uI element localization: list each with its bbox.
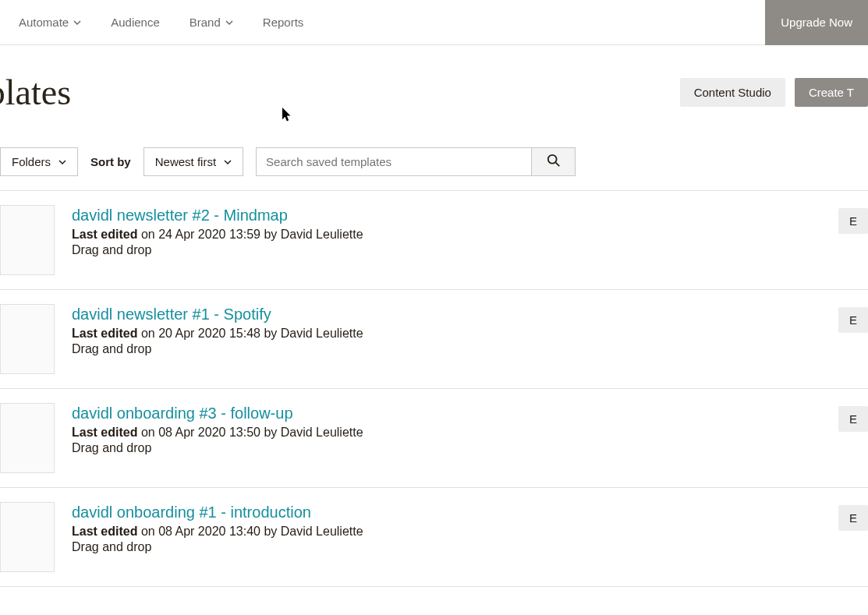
template-type: Drag and drop: [72, 441, 821, 455]
template-thumbnail[interactable]: [0, 304, 55, 374]
template-type: Drag and drop: [72, 540, 821, 554]
top-navbar: Automate Audience Brand Reports Upgrade …: [0, 0, 868, 45]
last-edited-value: on 08 Apr 2020 13:40 by David Leuliette: [137, 525, 363, 538]
nav-left: Automate Audience Brand Reports: [19, 16, 303, 29]
folders-label: Folders: [12, 155, 51, 168]
chevron-down-icon: [224, 155, 232, 168]
edit-button[interactable]: E: [838, 208, 868, 234]
nav-audience[interactable]: Audience: [111, 16, 160, 29]
template-title[interactable]: davidl newsletter #2 - Mindmap: [72, 207, 821, 224]
template-info: davidl newsletter #1 - Spotify Last edit…: [72, 304, 821, 356]
sort-by-label: Sort by: [90, 155, 131, 168]
svg-point-0: [547, 155, 556, 164]
last-edited-label: Last edited: [72, 525, 137, 538]
nav-brand[interactable]: Brand: [190, 16, 233, 29]
header-actions: Content Studio Create T: [680, 78, 868, 107]
page-header: mplates Content Studio Create T: [0, 45, 868, 113]
content-studio-button[interactable]: Content Studio: [680, 78, 785, 107]
sort-value: Newest first: [155, 155, 216, 168]
template-type: Drag and drop: [72, 243, 821, 257]
nav-automate-label: Automate: [19, 16, 69, 29]
template-row: davidl onboarding #1 - introduction Last…: [0, 488, 868, 587]
last-edited-value: on 24 Apr 2020 13:59 by David Leuliette: [137, 228, 363, 241]
template-title[interactable]: davidl newsletter #1 - Spotify: [72, 306, 821, 323]
last-edited-label: Last edited: [72, 327, 137, 340]
template-title[interactable]: davidl onboarding #3 - follow-up: [72, 405, 821, 422]
chevron-down-icon: [58, 155, 66, 168]
last-edited-value: on 20 Apr 2020 15:48 by David Leuliette: [137, 327, 363, 340]
template-row: davidl newsletter #1 - Spotify Last edit…: [0, 290, 868, 389]
edit-button[interactable]: E: [838, 406, 868, 432]
template-title[interactable]: davidl onboarding #1 - introduction: [72, 504, 821, 521]
list-toolbar: Folders Sort by Newest first: [0, 113, 868, 191]
search-input[interactable]: [256, 147, 532, 176]
upgrade-button[interactable]: Upgrade Now: [765, 0, 868, 45]
template-info: davidl onboarding #3 - follow-up Last ed…: [72, 403, 821, 455]
template-meta: Last edited on 20 Apr 2020 15:48 by Davi…: [72, 327, 821, 341]
template-thumbnail[interactable]: [0, 502, 55, 572]
template-row: davidl onboarding #3 - follow-up Last ed…: [0, 389, 868, 488]
template-thumbnail[interactable]: [0, 403, 55, 473]
nav-audience-label: Audience: [111, 16, 160, 29]
search-icon: [547, 154, 561, 170]
template-row: davidl newsletter #2 - Mindmap Last edit…: [0, 191, 868, 290]
template-meta: Last edited on 24 Apr 2020 13:59 by Davi…: [72, 228, 821, 242]
template-type: Drag and drop: [72, 342, 821, 356]
chevron-down-icon: [225, 16, 233, 29]
create-template-button[interactable]: Create T: [795, 78, 868, 107]
last-edited-value: on 08 Apr 2020 13:50 by David Leuliette: [137, 426, 363, 439]
folders-dropdown[interactable]: Folders: [0, 147, 78, 176]
last-edited-label: Last edited: [72, 426, 137, 439]
template-info: davidl onboarding #1 - introduction Last…: [72, 502, 821, 554]
edit-button[interactable]: E: [838, 307, 868, 333]
template-list: davidl newsletter #2 - Mindmap Last edit…: [0, 191, 868, 587]
edit-button[interactable]: E: [838, 505, 868, 531]
template-meta: Last edited on 08 Apr 2020 13:50 by Davi…: [72, 426, 821, 440]
template-info: davidl newsletter #2 - Mindmap Last edit…: [72, 205, 821, 257]
page-title: mplates: [0, 72, 71, 113]
last-edited-label: Last edited: [72, 228, 137, 241]
nav-reports[interactable]: Reports: [263, 16, 304, 29]
template-thumbnail[interactable]: [0, 205, 55, 275]
chevron-down-icon: [73, 16, 81, 29]
svg-line-1: [555, 163, 559, 167]
search-button[interactable]: [532, 147, 576, 176]
sort-dropdown[interactable]: Newest first: [143, 147, 243, 176]
search-container: [256, 147, 576, 176]
nav-automate[interactable]: Automate: [19, 16, 81, 29]
template-meta: Last edited on 08 Apr 2020 13:40 by Davi…: [72, 525, 821, 539]
nav-reports-label: Reports: [263, 16, 304, 29]
nav-brand-label: Brand: [190, 16, 221, 29]
